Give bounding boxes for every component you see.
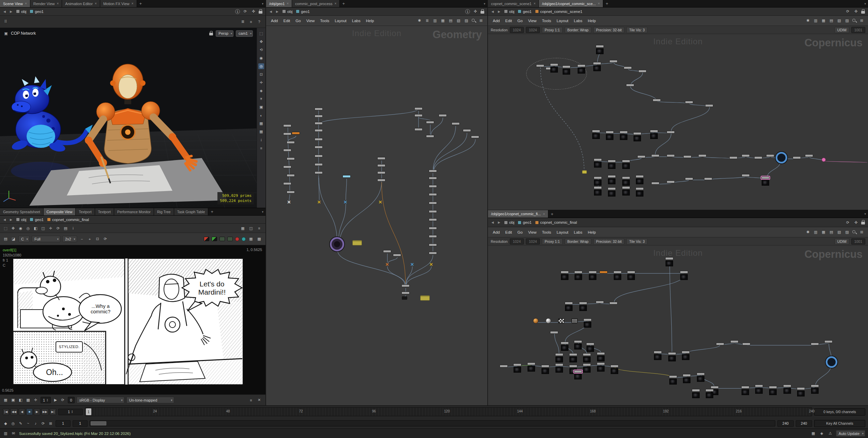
- network-node[interactable]: [420, 295, 430, 300]
- graph-icon[interactable]: ~: [25, 421, 31, 426]
- network-node[interactable]: [626, 84, 634, 87]
- forward-icon[interactable]: ▶: [497, 9, 502, 14]
- refresh-icon[interactable]: ⟳: [845, 9, 851, 14]
- network-node[interactable]: [342, 175, 351, 178]
- pin-icon[interactable]: ✜: [472, 9, 478, 14]
- tab-close-icon[interactable]: ×: [534, 2, 536, 5]
- network-node[interactable]: [513, 363, 521, 366]
- wrench-icon[interactable]: ✱: [805, 18, 811, 24]
- wrench-icon[interactable]: ✱: [805, 229, 811, 235]
- colorspace-select[interactable]: sRGB - Display: [77, 397, 124, 403]
- tab-close-icon[interactable]: ×: [598, 2, 600, 5]
- new-tab-button[interactable]: +: [208, 208, 216, 215]
- menu-go[interactable]: Go: [293, 18, 303, 24]
- network-node[interactable]: [716, 343, 724, 345]
- network-node[interactable]: [577, 64, 585, 67]
- tab[interactable]: Animation Editor×: [62, 0, 100, 7]
- notes-icon[interactable]: ▧: [456, 18, 461, 24]
- network-node[interactable]: [826, 356, 837, 368]
- network-node[interactable]: [471, 136, 479, 138]
- pan-icon[interactable]: ✥: [10, 225, 16, 231]
- pin-icon[interactable]: ✜: [853, 9, 859, 14]
- menu-edit[interactable]: Edit: [502, 229, 515, 235]
- network-node[interactable]: [414, 114, 423, 117]
- back-icon[interactable]: ◀: [490, 220, 495, 225]
- palette-icon[interactable]: ▨: [463, 18, 469, 24]
- network-node[interactable]: [429, 262, 434, 267]
- loop-icon[interactable]: ⟳: [60, 397, 66, 403]
- network-node[interactable]: [429, 170, 437, 172]
- network-node[interactable]: [463, 129, 471, 132]
- grid-icon[interactable]: ▦: [440, 18, 446, 24]
- tile-vis-button[interactable]: Tile Vis: 3: [626, 238, 648, 245]
- lock-icon[interactable]: [481, 9, 485, 14]
- network-node[interactable]: [627, 271, 635, 273]
- network-node[interactable]: [429, 185, 437, 188]
- close-icon[interactable]: ✕: [256, 397, 262, 403]
- network-node[interactable]: [574, 271, 582, 273]
- network-node[interactable]: [636, 187, 644, 190]
- range-start2-field[interactable]: 1: [73, 420, 88, 427]
- network-node[interactable]: [610, 365, 619, 367]
- network-node[interactable]: [569, 353, 577, 356]
- keyframe-icon[interactable]: ◆: [3, 421, 9, 426]
- tab[interactable]: commic_post_process×: [292, 0, 340, 7]
- tab-close-icon[interactable]: ×: [95, 2, 97, 5]
- tab[interactable]: Scene View×: [0, 0, 30, 7]
- precision-button[interactable]: Precision: 32-bit: [593, 238, 624, 245]
- composite-viewer[interactable]: over8[1] 1920x1080 fr 1 C 1, 0.5625 0.56…: [0, 245, 265, 394]
- tab[interactable]: Composite View: [44, 208, 76, 215]
- zoom-icon[interactable]: ◉: [18, 225, 24, 231]
- network-node[interactable]: [822, 158, 826, 162]
- network-node[interactable]: [654, 351, 662, 354]
- network-node[interactable]: [741, 386, 749, 389]
- tab[interactable]: Render View×: [30, 0, 62, 7]
- path-copnet[interactable]: copnet_commic_final: [534, 220, 578, 224]
- network-node[interactable]: [596, 301, 604, 303]
- first-person-icon[interactable]: ◎: [258, 63, 264, 69]
- network-node[interactable]: [783, 385, 791, 387]
- tab[interactable]: copnet_commic_scene1×: [488, 0, 539, 7]
- pane-menu-icon[interactable]: ▾: [260, 208, 265, 215]
- grid-icon[interactable]: ▦: [3, 397, 9, 403]
- network-node[interactable]: [426, 121, 434, 124]
- tile-vis-button[interactable]: Tile Vis: 3: [626, 27, 648, 33]
- network-node[interactable]: [680, 271, 688, 273]
- path-root[interactable]: obj: [503, 220, 515, 224]
- tab[interactable]: Task Graph Table: [174, 208, 209, 215]
- tab[interactable]: Geometry Spreadsheet: [0, 208, 44, 215]
- options-icon[interactable]: ⊞: [859, 229, 865, 235]
- rows-icon[interactable]: ▤: [448, 18, 454, 24]
- options-icon[interactable]: ⊞: [478, 18, 484, 24]
- network-node[interactable]: [633, 132, 641, 135]
- network-node[interactable]: [596, 45, 604, 48]
- range-slider-handle[interactable]: [91, 421, 106, 425]
- path-node[interactable]: geo1: [295, 10, 311, 14]
- menu-tools[interactable]: Tools: [539, 18, 554, 24]
- tab[interactable]: /obj/geo1/copnet_commic_fi...×: [488, 210, 548, 218]
- camera-icon[interactable]: ▣: [258, 104, 264, 110]
- network-node[interactable]: [343, 199, 348, 204]
- menu-help[interactable]: Help: [585, 229, 599, 235]
- proxy-button[interactable]: Proxy 1:1: [542, 27, 562, 33]
- lock-icon[interactable]: [861, 220, 865, 225]
- network-node[interactable]: [742, 154, 750, 157]
- forward-icon[interactable]: ▶: [275, 9, 280, 14]
- go-start-button[interactable]: |◀: [3, 408, 9, 415]
- network-node[interactable]: [613, 271, 622, 273]
- info-icon[interactable]: i: [70, 225, 76, 231]
- network-node[interactable]: [761, 176, 770, 179]
- network-node[interactable]: [401, 292, 410, 294]
- menu-edit[interactable]: Edit: [280, 18, 293, 24]
- menu-icon[interactable]: ≡: [248, 19, 254, 25]
- precision-button[interactable]: Precision: 32-bit: [593, 27, 624, 33]
- key-all-channels-button[interactable]: Key All Channels: [814, 420, 865, 427]
- forward-icon[interactable]: ▶: [9, 9, 14, 14]
- menu-view[interactable]: View: [526, 229, 539, 235]
- network-node[interactable]: [589, 271, 597, 273]
- forward-icon[interactable]: ▶: [9, 217, 14, 222]
- network-node[interactable]: [558, 318, 564, 323]
- network-node[interactable]: [742, 174, 750, 177]
- tab-close-icon[interactable]: ×: [543, 212, 545, 216]
- snapshot-badge[interactable]: 1: [235, 9, 240, 14]
